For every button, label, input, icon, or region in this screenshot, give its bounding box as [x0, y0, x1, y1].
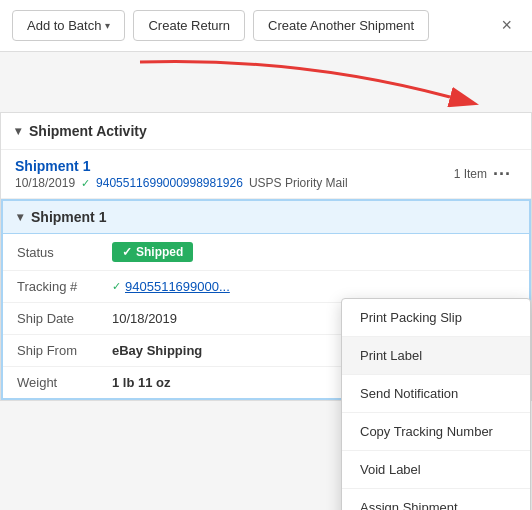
section-title: Shipment Activity — [29, 123, 147, 139]
tracking-link[interactable]: 9405511699000998981926 — [96, 176, 243, 190]
status-row: Status ✓ Shipped — [3, 234, 529, 271]
arrow-svg — [0, 52, 532, 112]
check-icon: ✓ — [81, 177, 90, 190]
tracking-label: Tracking # — [17, 279, 112, 294]
print-label-menu-item[interactable]: Print Label — [342, 337, 530, 375]
section-header: ▾ Shipment Activity — [1, 113, 531, 150]
shipment-meta: 10/18/2019 ✓ 9405511699000998981926 USPS… — [15, 176, 454, 190]
status-value: Shipped — [136, 245, 183, 259]
carrier-name: USPS Priority Mail — [249, 176, 348, 190]
card-header: ▾ Shipment 1 — [3, 201, 529, 234]
tracking-value: ✓ 9405511699000... — [112, 279, 230, 294]
status-badge: ✓ Shipped — [112, 242, 193, 262]
copy-tracking-number-menu-item[interactable]: Copy Tracking Number — [342, 413, 530, 451]
context-menu: Print Packing SlipPrint LabelSend Notifi… — [341, 298, 531, 510]
toolbar: Add to Batch ▾ Create Return Create Anot… — [0, 0, 532, 52]
create-another-shipment-label: Create Another Shipment — [268, 18, 414, 33]
chevron-down-icon: ▾ — [105, 20, 110, 31]
shipment-title: Shipment 1 — [15, 158, 454, 174]
assign-shipment-menu-item[interactable]: Assign Shipment — [342, 489, 530, 510]
tracking-number-link[interactable]: 9405511699000... — [125, 279, 230, 294]
status-check-icon: ✓ — [122, 245, 132, 259]
send-notification-menu-item[interactable]: Send Notification — [342, 375, 530, 413]
void-label-menu-item[interactable]: Void Label — [342, 451, 530, 489]
annotation-arrow — [0, 52, 532, 112]
create-return-button[interactable]: Create Return — [133, 10, 245, 41]
main-content: ▾ Shipment Activity Shipment 1 10/18/201… — [0, 112, 532, 401]
ship-date-label: Ship Date — [17, 311, 112, 326]
add-to-batch-label: Add to Batch — [27, 18, 101, 33]
print-packing-slip-menu-item[interactable]: Print Packing Slip — [342, 299, 530, 337]
weight-label: Weight — [17, 375, 112, 390]
close-icon: × — [501, 15, 512, 35]
tracking-check-icon: ✓ — [112, 280, 121, 293]
card-header-title: Shipment 1 — [31, 209, 106, 225]
add-to-batch-button[interactable]: Add to Batch ▾ — [12, 10, 125, 41]
weight-value: 1 lb 11 oz — [112, 375, 171, 390]
ship-from-value: eBay Shipping — [112, 343, 202, 358]
close-button[interactable]: × — [493, 11, 520, 40]
shipment-row-left: Shipment 1 10/18/2019 ✓ 9405511699000998… — [15, 158, 454, 190]
ship-date-value: 10/18/2019 — [112, 311, 177, 326]
create-return-label: Create Return — [148, 18, 230, 33]
card-chevron-icon: ▾ — [17, 210, 23, 224]
status-label: Status — [17, 245, 112, 260]
section-chevron-icon: ▾ — [15, 124, 21, 138]
item-count: 1 Item — [454, 167, 487, 181]
create-another-shipment-button[interactable]: Create Another Shipment — [253, 10, 429, 41]
more-options-button[interactable]: ··· — [487, 162, 517, 187]
ship-from-label: Ship From — [17, 343, 112, 358]
shipment-activity-row: Shipment 1 10/18/2019 ✓ 9405511699000998… — [1, 150, 531, 199]
shipment-date: 10/18/2019 — [15, 176, 75, 190]
